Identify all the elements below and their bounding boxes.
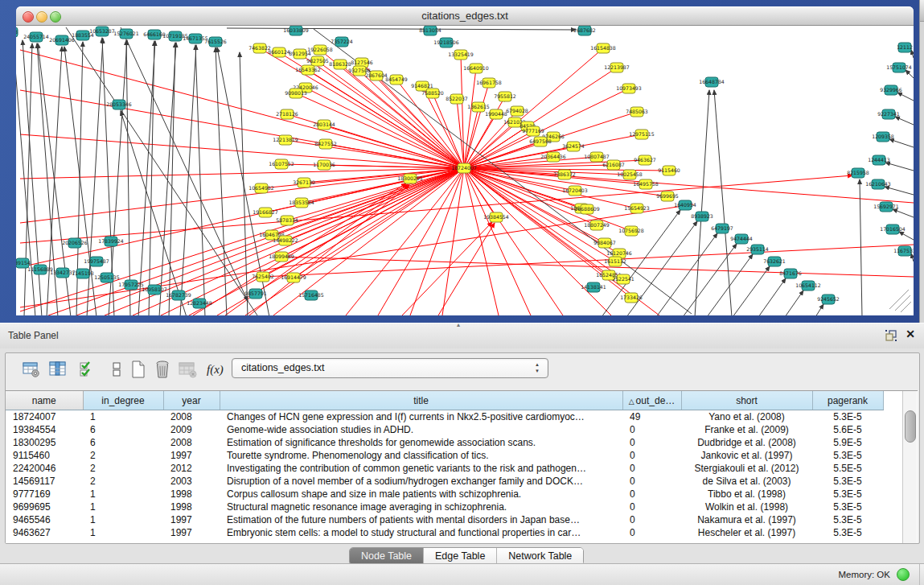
network-node[interactable]: 16107552 [269, 159, 294, 169]
table-row[interactable]: 946554611997Estimation of the future num… [6, 513, 883, 526]
network-node[interactable]: 18099489 [269, 252, 294, 262]
network-node[interactable]: 2718126 [276, 109, 298, 119]
column-header-in_degree[interactable]: in_degree [83, 391, 163, 410]
network-node[interactable]: 14138141 [581, 282, 606, 292]
column-header-out_de[interactable]: △out_de… [622, 391, 681, 410]
float-panel-icon[interactable] [885, 329, 897, 342]
network-node[interactable]: 7632621 [763, 257, 786, 266]
network-node[interactable]: 19384554 [483, 212, 509, 222]
network-node[interactable]: 1990448 [485, 109, 507, 119]
table-selector-dropdown[interactable]: citations_edges.txt ▲▼ [232, 358, 548, 378]
column-header-short[interactable]: short [681, 391, 812, 410]
split-divider-handle-icon[interactable]: ▴ [457, 321, 460, 328]
column-header-pagerank[interactable]: pagerank [812, 391, 883, 410]
network-node[interactable]: 28053346 [106, 100, 132, 109]
new-table-icon[interactable] [129, 360, 150, 381]
network-node[interactable]: 7955812 [494, 92, 516, 101]
column-header-title[interactable]: title [220, 391, 622, 410]
table-row[interactable]: 969969511998Structural magnetic resonanc… [6, 501, 883, 513]
window-titlebar[interactable]: citations_edges.txt [16, 6, 914, 26]
network-node[interactable]: 9474444 [730, 234, 753, 244]
network-node[interactable]: 16033809 [283, 26, 309, 35]
network-node[interactable]: 8522037 [446, 94, 468, 104]
network-node[interactable]: 13325419 [448, 50, 474, 60]
network-node[interactable]: 1615132 [604, 257, 626, 266]
network-node[interactable]: 1170036 [313, 160, 335, 170]
network-node[interactable]: 5878334 [276, 216, 298, 225]
network-node[interactable]: 2687682 [573, 26, 596, 35]
network-node[interactable]: 7485063 [626, 107, 648, 117]
network-node[interactable]: 15751074 [886, 63, 912, 72]
network-node[interactable]: 12213987 [604, 63, 630, 72]
network-node[interactable]: 16495758 [633, 179, 659, 189]
network-node[interactable]: 15276021 [113, 29, 139, 39]
network-node[interactable]: 10756928 [618, 226, 644, 236]
network-node[interactable]: 3624574 [562, 142, 585, 151]
tab-node-table[interactable]: Node Table [350, 548, 423, 565]
table-row[interactable]: 946362711997Embryonic stem cells: a mode… [6, 526, 883, 539]
network-node[interactable]: 1244413 [868, 155, 890, 165]
network-node[interactable]: 8471676 [779, 269, 802, 278]
network-node[interactable]: 7588520 [421, 89, 444, 98]
network-node[interactable]: 8818 [16, 27, 18, 37]
table-row[interactable]: 911546021997Tourette syndrome. Phenomeno… [6, 449, 883, 462]
network-node[interactable]: 9463627 [634, 155, 656, 165]
table-row[interactable]: 1830029562008Estimation of significance … [6, 436, 883, 449]
network-node[interactable]: 10807487 [584, 152, 610, 162]
tab-network-table[interactable]: Network Table [496, 548, 583, 565]
select-columns-checks-icon[interactable] [78, 360, 99, 381]
network-node[interactable]: 7615526 [204, 37, 227, 47]
network-node[interactable]: 3267130 [293, 178, 315, 187]
network-node[interactable]: 12823448 [187, 299, 212, 308]
network-node[interactable]: 16543362 [295, 65, 321, 75]
network-node[interactable]: 1733426 [620, 293, 643, 303]
vertical-scrollbar[interactable] [902, 391, 917, 543]
network-node[interactable]: 19975487 [84, 257, 109, 266]
network-node[interactable]: 10958107 [142, 285, 167, 295]
network-node[interactable]: 8938923 [691, 212, 713, 221]
column-header-year[interactable]: year [163, 391, 220, 410]
column-visibility-icon[interactable] [48, 360, 69, 381]
network-node[interactable]: 10654112 [795, 281, 821, 290]
close-panel-icon[interactable]: ✕ [904, 328, 917, 340]
network-node[interactable]: 8215958 [847, 168, 869, 178]
network-node[interactable]: 24055714 [23, 32, 49, 42]
network-node[interactable]: 6479197 [711, 224, 733, 233]
table-row[interactable]: 977716911998Corpus callosum shape and si… [6, 488, 883, 501]
network-node[interactable]: 12112 [897, 43, 913, 52]
network-node[interactable]: 16154838 [590, 43, 616, 53]
network-node[interactable]: 1145193 [72, 269, 94, 278]
table-row[interactable]: 1938455462009Genome-wide association stu… [6, 423, 883, 436]
network-node[interactable]: 9827505 [306, 56, 329, 66]
network-node[interactable]: 8813054 [419, 26, 441, 35]
network-node[interactable]: 10025458 [617, 170, 643, 179]
network-node[interactable]: 19226058 [307, 45, 333, 55]
network-node[interactable]: 1209358 [872, 132, 894, 142]
network-node[interactable]: 16720403 [562, 186, 588, 196]
table-row[interactable]: 1456911722003Disruption of a novel membe… [6, 475, 883, 488]
network-node[interactable]: 6216087 [602, 160, 625, 170]
network-node[interactable]: 18807249 [584, 220, 610, 230]
network-node[interactable]: 9115460 [658, 166, 680, 175]
network-node[interactable]: 8660124 [268, 47, 290, 57]
network-node[interactable]: 7357224 [331, 37, 353, 47]
network-node[interactable]: 12505135 [94, 273, 120, 282]
network-node[interactable]: 16961758 [476, 78, 502, 88]
network-node[interactable]: 16914479 [281, 273, 306, 282]
table-row[interactable]: 2242004622012Investigating the contribut… [6, 462, 883, 475]
scrollbar-thumb[interactable] [905, 410, 916, 443]
network-node[interactable]: 12975115 [629, 130, 655, 139]
table-row[interactable]: 1872400712008Changes of HCN gene express… [6, 410, 883, 424]
network-node[interactable]: 20206526 [62, 238, 88, 248]
network-node[interactable]: 9699695 [656, 192, 679, 201]
network-node[interactable]: 1167533 [893, 246, 914, 256]
column-header-name[interactable]: name [6, 391, 83, 410]
network-node[interactable]: 16640910 [463, 64, 489, 73]
network-node[interactable]: 1640954 [674, 200, 696, 210]
function-builder-icon[interactable]: f(x) [207, 363, 228, 384]
network-node[interactable]: 9245652 [817, 295, 840, 304]
network-node[interactable]: 19166827 [253, 208, 278, 217]
network-node[interactable]: 19218506 [433, 38, 459, 47]
tab-edge-table[interactable]: Edge Table [423, 548, 496, 565]
network-node[interactable]: 20691406 [49, 35, 75, 45]
